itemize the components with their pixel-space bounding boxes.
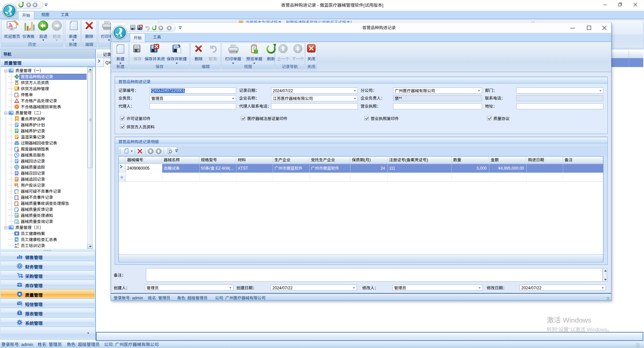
svg-text:¥: ¥ (19, 265, 20, 268)
